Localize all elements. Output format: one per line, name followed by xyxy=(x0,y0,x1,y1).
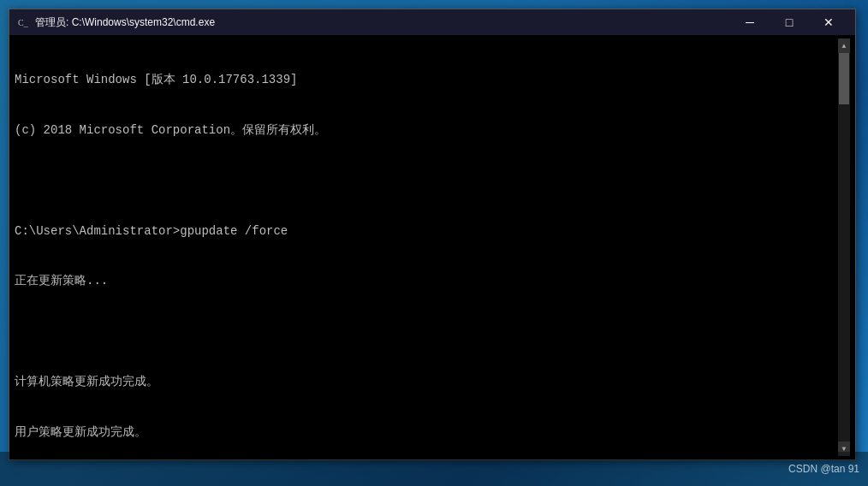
console-empty-1 xyxy=(15,173,838,190)
window-controls: ─ □ ✕ xyxy=(730,9,848,35)
svg-text:C_: C_ xyxy=(18,18,29,27)
title-bar: C_ 管理员: C:\Windows\system32\cmd.exe ─ □ … xyxy=(9,9,855,35)
console-line-1: Microsoft Windows [版本 10.0.17763.1339] xyxy=(15,72,838,89)
maximize-button[interactable]: □ xyxy=(770,9,809,35)
console-line-3: C:\Users\Administrator>gpupdate /force xyxy=(15,223,838,240)
taskbar-brand: CSDN @tan 91 xyxy=(788,463,859,475)
console-content: Microsoft Windows [版本 10.0.17763.1339] (… xyxy=(15,39,838,456)
close-button[interactable]: ✕ xyxy=(809,9,848,35)
console-line-6: 用户策略更新成功完成。 xyxy=(15,424,838,442)
taskbar: CSDN @tan 91 xyxy=(0,452,868,486)
console-line-5: 计算机策略更新成功完成。 xyxy=(15,374,838,391)
scrollbar-thumb[interactable] xyxy=(839,53,849,104)
window-title: 管理员: C:\Windows\system32\cmd.exe xyxy=(35,15,730,30)
console-body[interactable]: Microsoft Windows [版本 10.0.17763.1339] (… xyxy=(9,35,855,459)
cmd-window: C_ 管理员: C:\Windows\system32\cmd.exe ─ □ … xyxy=(9,9,856,460)
scrollbar-track[interactable] xyxy=(838,53,850,442)
console-line-4: 正在更新策略... xyxy=(15,273,838,290)
scrollbar-up-arrow[interactable]: ▲ xyxy=(838,39,850,53)
minimize-button[interactable]: ─ xyxy=(730,9,770,35)
console-empty-2 xyxy=(15,323,838,341)
console-line-2: (c) 2018 Microsoft Corporation。保留所有权利。 xyxy=(15,122,838,139)
scrollbar[interactable]: ▲ ▼ xyxy=(838,39,850,456)
cmd-icon: C_ xyxy=(16,15,30,29)
